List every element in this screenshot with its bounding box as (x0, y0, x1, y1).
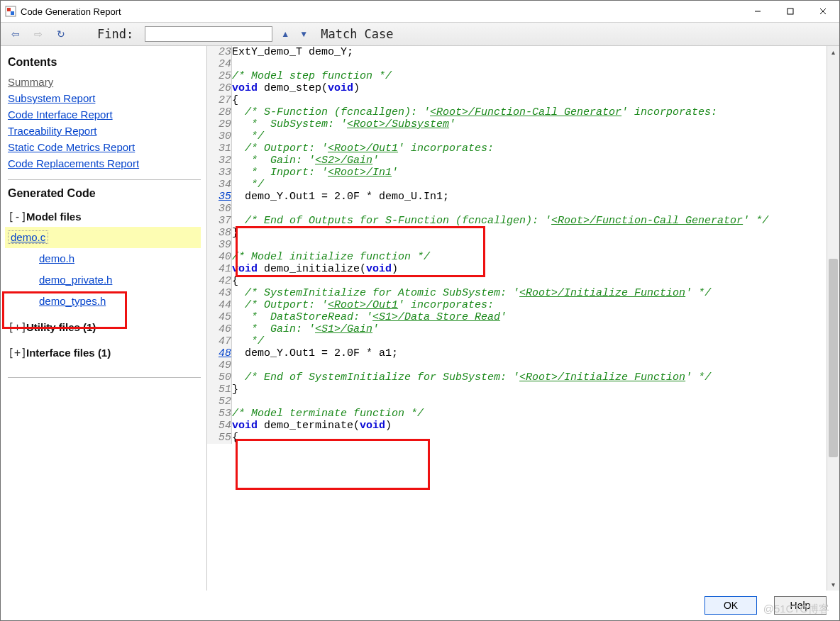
ok-button[interactable]: OK (704, 596, 757, 615)
line-number: 42 (207, 275, 232, 287)
scroll-up-arrow-icon[interactable]: ▴ (827, 46, 839, 58)
code-line: 26void demo_step(void) (207, 82, 827, 94)
code-text (232, 58, 827, 70)
line-number: 27 (207, 94, 232, 106)
tree-interface-files[interactable]: [+] Interface files (1) (8, 343, 201, 363)
code-line: 40/* Model initialize function */ (207, 251, 827, 263)
generated-code-heading: Generated Code (8, 187, 201, 200)
line-number: 28 (207, 106, 232, 118)
line-number: 38 (207, 227, 232, 239)
line-number: 34 (207, 179, 232, 191)
vertical-scrollbar[interactable]: ▴ ▾ (827, 46, 839, 591)
link-summary[interactable]: Summary (8, 76, 53, 88)
tree-toggle-icon[interactable]: [+] (8, 343, 26, 363)
code-line: 53/* Model terminate function */ (207, 408, 827, 420)
line-number: 51 (207, 384, 232, 396)
code-line: 33 * Inport: '<Root>/In1' (207, 167, 827, 179)
file-demo-types-h[interactable]: demo_types.h (8, 291, 201, 312)
code-line: 48 demo_Y.Out1 = 2.0F * a1; (207, 347, 827, 359)
line-number: 55 (207, 432, 232, 444)
code-text: */ (232, 179, 827, 191)
file-link[interactable]: demo.c (8, 230, 48, 244)
line-number[interactable]: 48 (207, 347, 232, 359)
code-line: 37 /* End of Outputs for S-Function (fcn… (207, 215, 827, 227)
maximize-button[interactable] (774, 1, 807, 22)
code-line: 50 /* End of SystemInitialize for SubSys… (207, 371, 827, 384)
link-subsystem-report[interactable]: Subsystem Report (8, 92, 95, 104)
code-text: void demo_step(void) (232, 82, 827, 94)
link-code-interface-report[interactable]: Code Interface Report (8, 108, 113, 121)
code-text: /* Outport: '<Root>/Out1' incorporates: (232, 142, 827, 155)
code-line: 31 /* Outport: '<Root>/Out1' incorporate… (207, 142, 827, 155)
code-text: /* End of Outputs for S-Function (fcncal… (232, 215, 827, 227)
code-line: 32 * Gain: '<S2>/Gain' (207, 155, 827, 167)
find-prev-button[interactable]: ▲ (280, 29, 291, 39)
help-button[interactable]: Help (774, 596, 827, 615)
file-link[interactable]: demo_private.h (39, 274, 112, 286)
link-static-code-metrics-report[interactable]: Static Code Metrics Report (8, 141, 135, 153)
code-line: 47 */ (207, 335, 827, 347)
code-text: /* S-Function (fcncallgen): '<Root>/Func… (232, 106, 827, 118)
file-link[interactable]: demo.h (39, 252, 74, 264)
line-number: 46 (207, 323, 232, 335)
code-text: { (232, 94, 827, 106)
tree-utility-files[interactable]: [+] Utility files (1) (8, 318, 201, 337)
file-demo-c[interactable]: demo.c (5, 227, 201, 248)
match-case-toggle[interactable]: Match Case (321, 27, 393, 41)
line-number: 41 (207, 263, 232, 275)
link-code-replacements-report[interactable]: Code Replacements Report (8, 157, 139, 169)
link-traceability-report[interactable]: Traceability Report (8, 125, 96, 137)
line-number: 45 (207, 311, 232, 323)
line-number: 23 (207, 46, 232, 58)
code-text: /* Model initialize function */ (232, 251, 827, 263)
highlight-box-code-2 (236, 439, 430, 490)
code-line: 25/* Model step function */ (207, 70, 827, 82)
code-line: 45 * DataStoreRead: '<S1>/Data Store Rea… (207, 311, 827, 323)
scroll-thumb[interactable] (829, 259, 838, 457)
toolbar: ⇦ ⇨ ↻ Find: ▲ ▼ Match Case (1, 23, 839, 46)
code-line: 36 (207, 203, 827, 215)
file-demo-private-h[interactable]: demo_private.h (8, 269, 201, 291)
tree-toggle-icon[interactable]: [-] (8, 207, 26, 227)
code-line: 54void demo_terminate(void) (207, 420, 827, 432)
code-line: 24 (207, 58, 827, 70)
svg-rect-1 (7, 8, 11, 11)
line-number: 43 (207, 287, 232, 299)
forward-button[interactable]: ⇨ (31, 26, 46, 42)
file-demo-h[interactable]: demo.h (8, 248, 201, 269)
code-line: 55{ (207, 432, 827, 444)
code-text (232, 203, 827, 215)
window-title: Code Generation Report (21, 6, 741, 17)
line-number: 29 (207, 118, 232, 130)
line-number: 24 (207, 58, 232, 70)
find-next-button[interactable]: ▼ (298, 29, 309, 39)
find-input[interactable] (145, 26, 272, 42)
tree-label: Model files (26, 207, 82, 227)
tree-toggle-icon[interactable]: [+] (8, 318, 26, 337)
code-scroll-area[interactable]: 23ExtY_demo_T demo_Y;2425/* Model step f… (207, 46, 827, 591)
sidebar: Contents Summary Subsystem Report Code I… (1, 46, 206, 591)
code-line: 30 */ (207, 130, 827, 142)
file-link[interactable]: demo_types.h (39, 295, 106, 307)
code-text (232, 396, 827, 408)
code-text: void demo_terminate(void) (232, 420, 827, 432)
line-number: 52 (207, 396, 232, 408)
line-number[interactable]: 35 (207, 191, 232, 203)
code-text: /* End of SystemInitialize for SubSystem… (232, 371, 827, 384)
code-text: * Inport: '<Root>/In1' (232, 167, 827, 179)
line-number: 30 (207, 130, 232, 142)
refresh-button[interactable]: ↻ (53, 26, 69, 42)
code-line: 27{ (207, 94, 827, 106)
tree-model-files[interactable]: [-] Model files (8, 207, 201, 227)
tree-label: Utility files (1) (26, 318, 96, 337)
contents-heading: Contents (8, 56, 201, 69)
code-text: } (232, 384, 827, 396)
code-line: 41void demo_initialize(void) (207, 263, 827, 275)
code-text: demo_Y.Out1 = 2.0F * a1; (232, 347, 827, 359)
minimize-button[interactable] (741, 1, 774, 22)
scroll-down-arrow-icon[interactable]: ▾ (827, 578, 839, 591)
code-text (232, 239, 827, 251)
close-button[interactable] (807, 1, 839, 22)
code-text: * Gain: '<S2>/Gain' (232, 155, 827, 167)
back-button[interactable]: ⇦ (8, 26, 23, 42)
